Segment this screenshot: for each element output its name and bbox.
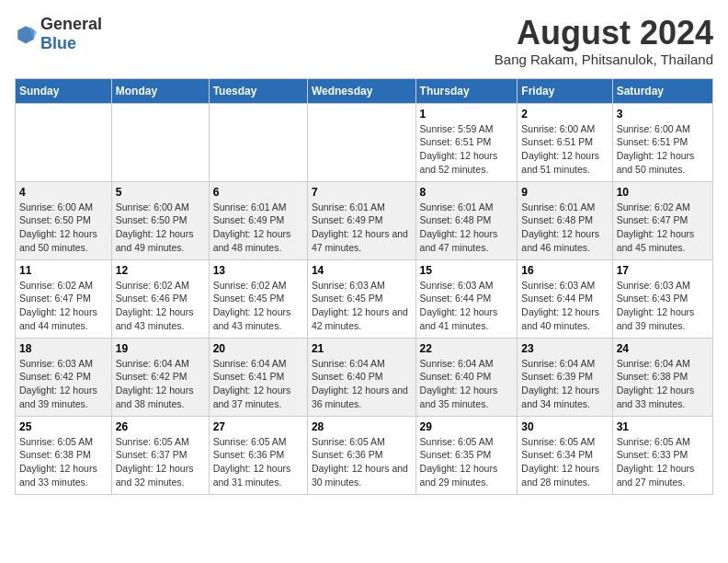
day-info: Sunrise: 6:01 AM Sunset: 6:48 PM Dayligh… — [521, 201, 608, 255]
calendar-cell: 6Sunrise: 6:01 AM Sunset: 6:49 PM Daylig… — [209, 181, 307, 259]
day-info: Sunrise: 6:04 AM Sunset: 6:40 PM Dayligh… — [312, 357, 412, 411]
day-info: Sunrise: 6:04 AM Sunset: 6:42 PM Dayligh… — [116, 357, 205, 411]
day-number: 12 — [116, 264, 205, 277]
calendar-cell: 26Sunrise: 6:05 AM Sunset: 6:37 PM Dayli… — [111, 416, 209, 494]
logo-general: General — [40, 15, 102, 33]
day-info: Sunrise: 6:03 AM Sunset: 6:42 PM Dayligh… — [19, 357, 108, 411]
header: General Blue August 2024 Bang Rakam, Phi… — [15, 15, 713, 67]
calendar-cell: 24Sunrise: 6:04 AM Sunset: 6:38 PM Dayli… — [612, 338, 712, 416]
day-info: Sunrise: 6:01 AM Sunset: 6:49 PM Dayligh… — [312, 201, 412, 255]
day-info: Sunrise: 6:05 AM Sunset: 6:36 PM Dayligh… — [213, 435, 303, 489]
day-number: 26 — [116, 420, 205, 433]
column-header-friday: Friday — [518, 78, 612, 103]
calendar-cell: 14Sunrise: 6:03 AM Sunset: 6:45 PM Dayli… — [307, 259, 415, 338]
day-number: 15 — [420, 264, 514, 277]
logo-blue: Blue — [40, 34, 76, 52]
day-info: Sunrise: 6:03 AM Sunset: 6:44 PM Dayligh… — [420, 279, 514, 333]
calendar-table: SundayMondayTuesdayWednesdayThursdayFrid… — [15, 78, 713, 495]
calendar-cell: 12Sunrise: 6:02 AM Sunset: 6:46 PM Dayli… — [111, 259, 209, 338]
day-info: Sunrise: 6:03 AM Sunset: 6:43 PM Dayligh… — [617, 279, 709, 333]
calendar-cell — [16, 103, 112, 181]
column-header-monday: Monday — [111, 78, 209, 103]
calendar-cell: 21Sunrise: 6:04 AM Sunset: 6:40 PM Dayli… — [307, 338, 415, 416]
day-number: 14 — [312, 264, 412, 277]
day-number: 9 — [521, 186, 608, 199]
calendar-cell: 4Sunrise: 6:00 AM Sunset: 6:50 PM Daylig… — [16, 181, 112, 259]
day-info: Sunrise: 6:00 AM Sunset: 6:51 PM Dayligh… — [521, 122, 608, 177]
column-header-sunday: Sunday — [16, 78, 112, 103]
day-number: 31 — [617, 420, 709, 433]
day-info: Sunrise: 6:05 AM Sunset: 6:38 PM Dayligh… — [19, 435, 108, 489]
calendar-cell: 11Sunrise: 6:02 AM Sunset: 6:47 PM Dayli… — [16, 259, 112, 338]
calendar-cell: 13Sunrise: 6:02 AM Sunset: 6:45 PM Dayli… — [209, 259, 307, 338]
day-number: 17 — [617, 264, 709, 277]
day-info: Sunrise: 6:01 AM Sunset: 6:48 PM Dayligh… — [420, 201, 514, 255]
day-number: 24 — [617, 342, 709, 355]
day-info: Sunrise: 6:03 AM Sunset: 6:44 PM Dayligh… — [521, 279, 608, 333]
calendar-cell: 25Sunrise: 6:05 AM Sunset: 6:38 PM Dayli… — [16, 416, 112, 494]
day-info: Sunrise: 6:04 AM Sunset: 6:41 PM Dayligh… — [213, 357, 303, 411]
column-header-thursday: Thursday — [415, 78, 518, 103]
logo: General Blue — [15, 15, 102, 53]
day-number: 7 — [312, 186, 412, 199]
calendar-cell: 7Sunrise: 6:01 AM Sunset: 6:49 PM Daylig… — [307, 181, 415, 259]
day-info: Sunrise: 6:05 AM Sunset: 6:37 PM Dayligh… — [116, 435, 205, 489]
day-number: 21 — [312, 342, 412, 355]
day-number: 18 — [19, 342, 108, 355]
day-number: 2 — [521, 108, 608, 121]
day-number: 19 — [116, 342, 205, 355]
calendar-cell: 31Sunrise: 6:05 AM Sunset: 6:33 PM Dayli… — [612, 416, 712, 494]
calendar-cell: 30Sunrise: 6:05 AM Sunset: 6:34 PM Dayli… — [518, 416, 612, 494]
calendar-header-row: SundayMondayTuesdayWednesdayThursdayFrid… — [16, 78, 713, 103]
day-info: Sunrise: 6:00 AM Sunset: 6:50 PM Dayligh… — [116, 201, 205, 255]
calendar-cell — [307, 103, 415, 181]
day-number: 10 — [617, 186, 709, 199]
column-header-tuesday: Tuesday — [209, 78, 307, 103]
calendar-cell: 3Sunrise: 6:00 AM Sunset: 6:51 PM Daylig… — [612, 103, 712, 181]
day-number: 30 — [521, 420, 608, 433]
calendar-cell — [111, 103, 209, 181]
day-number: 16 — [521, 264, 608, 277]
day-info: Sunrise: 5:59 AM Sunset: 6:51 PM Dayligh… — [420, 122, 514, 177]
calendar-week-row: 11Sunrise: 6:02 AM Sunset: 6:47 PM Dayli… — [16, 259, 713, 338]
calendar-cell: 20Sunrise: 6:04 AM Sunset: 6:41 PM Dayli… — [209, 338, 307, 416]
calendar-cell: 8Sunrise: 6:01 AM Sunset: 6:48 PM Daylig… — [415, 181, 518, 259]
day-number: 5 — [116, 186, 205, 199]
calendar-cell — [209, 103, 307, 181]
day-number: 6 — [213, 186, 303, 199]
calendar-cell: 15Sunrise: 6:03 AM Sunset: 6:44 PM Dayli… — [415, 259, 518, 338]
day-info: Sunrise: 6:03 AM Sunset: 6:45 PM Dayligh… — [312, 279, 412, 333]
day-number: 1 — [420, 108, 514, 121]
calendar-cell: 17Sunrise: 6:03 AM Sunset: 6:43 PM Dayli… — [612, 259, 712, 338]
day-number: 22 — [420, 342, 514, 355]
calendar-cell: 19Sunrise: 6:04 AM Sunset: 6:42 PM Dayli… — [111, 338, 209, 416]
main-title: August 2024 — [495, 15, 713, 52]
calendar-cell: 10Sunrise: 6:02 AM Sunset: 6:47 PM Dayli… — [612, 181, 712, 259]
day-info: Sunrise: 6:05 AM Sunset: 6:36 PM Dayligh… — [312, 435, 412, 489]
subtitle: Bang Rakam, Phitsanulok, Thailand — [495, 52, 713, 67]
day-number: 4 — [19, 186, 108, 199]
calendar-week-row: 18Sunrise: 6:03 AM Sunset: 6:42 PM Dayli… — [16, 338, 713, 416]
calendar-cell: 18Sunrise: 6:03 AM Sunset: 6:42 PM Dayli… — [16, 338, 112, 416]
day-info: Sunrise: 6:04 AM Sunset: 6:39 PM Dayligh… — [521, 357, 608, 411]
day-number: 23 — [521, 342, 608, 355]
title-section: August 2024 Bang Rakam, Phitsanulok, Tha… — [495, 15, 713, 67]
day-number: 11 — [19, 264, 108, 277]
calendar-cell: 16Sunrise: 6:03 AM Sunset: 6:44 PM Dayli… — [518, 259, 612, 338]
day-info: Sunrise: 6:01 AM Sunset: 6:49 PM Dayligh… — [213, 201, 303, 255]
calendar-week-row: 1Sunrise: 5:59 AM Sunset: 6:51 PM Daylig… — [16, 103, 713, 181]
day-info: Sunrise: 6:02 AM Sunset: 6:46 PM Dayligh… — [116, 279, 205, 333]
day-info: Sunrise: 6:02 AM Sunset: 6:45 PM Dayligh… — [213, 279, 303, 333]
day-info: Sunrise: 6:05 AM Sunset: 6:34 PM Dayligh… — [521, 435, 608, 489]
calendar-cell: 22Sunrise: 6:04 AM Sunset: 6:40 PM Dayli… — [415, 338, 518, 416]
day-number: 8 — [420, 186, 514, 199]
day-number: 13 — [213, 264, 303, 277]
day-info: Sunrise: 6:05 AM Sunset: 6:33 PM Dayligh… — [617, 435, 709, 489]
day-info: Sunrise: 6:04 AM Sunset: 6:40 PM Dayligh… — [420, 357, 514, 411]
calendar-cell: 9Sunrise: 6:01 AM Sunset: 6:48 PM Daylig… — [518, 181, 612, 259]
calendar-cell: 23Sunrise: 6:04 AM Sunset: 6:39 PM Dayli… — [518, 338, 612, 416]
day-number: 27 — [213, 420, 303, 433]
calendar-cell: 27Sunrise: 6:05 AM Sunset: 6:36 PM Dayli… — [209, 416, 307, 494]
logo-icon — [15, 23, 37, 45]
day-number: 28 — [312, 420, 412, 433]
